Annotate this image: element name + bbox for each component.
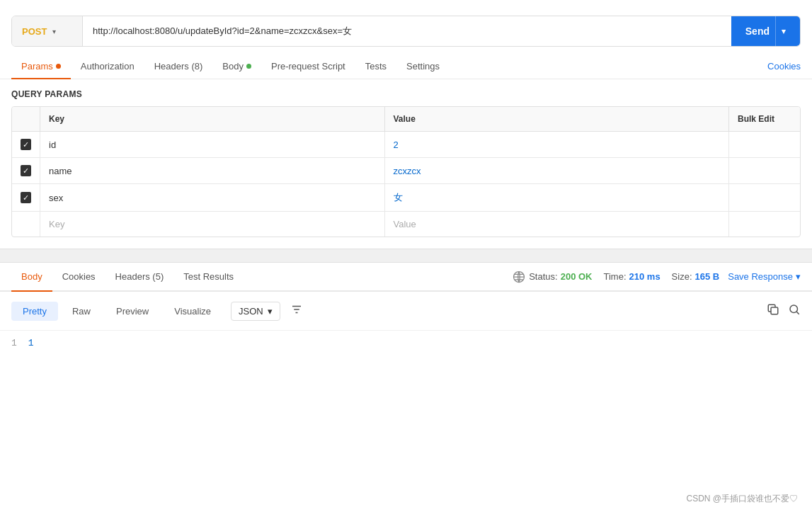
row-extra-id	[729, 132, 800, 157]
format-tab-pretty-label: Pretty	[23, 306, 47, 317]
main-container: POST ▾ Send ▾ Params Authorization Heade…	[0, 0, 812, 512]
header-value: Value	[385, 107, 730, 131]
tab-tests[interactable]: Tests	[355, 54, 396, 79]
url-input[interactable]	[83, 26, 731, 37]
checkbox-name[interactable]: ✓	[21, 165, 31, 176]
time-label: Time:	[603, 271, 626, 282]
tab-authorization-label: Authorization	[81, 61, 135, 72]
method-selector[interactable]: POST ▾	[12, 16, 83, 46]
response-tab-cookies[interactable]: Cookies	[52, 263, 105, 290]
query-params-section: Query Params Key Value Bulk Edit ✓ id	[0, 79, 812, 237]
body-dot-icon	[246, 64, 251, 69]
status-value: 200 OK	[561, 271, 593, 282]
row-key-placeholder[interactable]: Key	[40, 212, 385, 237]
svg-rect-4	[771, 307, 778, 314]
format-tab-pretty[interactable]: Pretty	[11, 302, 58, 321]
format-select[interactable]: JSON ▾	[231, 302, 280, 321]
format-tab-raw-label: Raw	[72, 306, 91, 317]
format-tab-visualize-label: Visualize	[174, 306, 211, 317]
format-tabs-row: Pretty Raw Preview Visualize JSON ▾	[0, 292, 812, 331]
response-value: 1	[28, 338, 34, 348]
tab-settings[interactable]: Settings	[396, 54, 450, 79]
globe-icon	[512, 270, 526, 284]
copy-icon-button[interactable]	[767, 303, 779, 319]
format-tab-preview-label: Preview	[116, 306, 149, 317]
tab-body[interactable]: Body	[212, 54, 261, 79]
row-checkbox-id[interactable]: ✓	[12, 132, 40, 157]
row-value-placeholder[interactable]: Value	[385, 212, 730, 237]
send-button[interactable]: Send ▾	[731, 16, 800, 46]
line-numbers: 1	[11, 338, 17, 348]
tab-prerequest-label: Pre-request Script	[271, 61, 345, 72]
row-key-id[interactable]: id	[40, 132, 385, 157]
row-extra-name	[729, 158, 800, 183]
save-response-button[interactable]: Save Response ▾	[728, 271, 801, 282]
format-tab-preview[interactable]: Preview	[105, 302, 160, 321]
table-row: Key Value	[12, 212, 800, 237]
response-tab-headers-label: Headers (5)	[115, 271, 164, 282]
tab-authorization[interactable]: Authorization	[71, 54, 144, 79]
response-content: 1	[28, 338, 34, 348]
row-checkbox-empty[interactable]	[12, 212, 40, 237]
response-body: 1 1	[0, 331, 812, 355]
response-tab-testresults-label: Test Results	[183, 271, 234, 282]
row-extra-sex	[729, 184, 800, 211]
method-label: POST	[22, 26, 47, 37]
row-key-name[interactable]: name	[40, 158, 385, 183]
filter-icon	[290, 303, 303, 316]
save-response-label: Save Response	[728, 271, 793, 282]
section-divider	[0, 249, 812, 263]
tab-settings-label: Settings	[406, 61, 440, 72]
tab-tests-label: Tests	[365, 61, 387, 72]
send-chevron-icon: ▾	[775, 16, 786, 46]
format-tab-raw[interactable]: Raw	[61, 302, 102, 321]
svg-line-6	[796, 312, 799, 314]
tab-headers[interactable]: Headers (8)	[144, 54, 213, 79]
response-section: Body Cookies Headers (5) Test Results St…	[0, 263, 812, 355]
format-tab-visualize[interactable]: Visualize	[163, 302, 222, 321]
format-tools-right	[767, 303, 801, 319]
format-select-chevron-icon: ▾	[268, 306, 273, 317]
format-select-value: JSON	[239, 306, 263, 317]
table-row: ✓ name zcxzcx	[12, 158, 800, 184]
row-checkbox-sex[interactable]: ✓	[12, 184, 40, 211]
tab-params-label: Params	[21, 61, 53, 72]
size-label: Size:	[672, 271, 692, 282]
copy-icon	[767, 303, 779, 316]
footer: CSDN @手插口袋谁也不爱♡	[686, 493, 798, 505]
params-table: Key Value Bulk Edit ✓ id 2	[11, 106, 801, 237]
row-checkbox-name[interactable]: ✓	[12, 158, 40, 183]
cookies-link[interactable]: Cookies	[767, 61, 801, 72]
tab-headers-label: Headers (8)	[154, 61, 203, 72]
checkbox-sex[interactable]: ✓	[21, 192, 31, 203]
tab-params[interactable]: Params	[11, 54, 71, 79]
table-row: ✓ sex 女	[12, 184, 800, 212]
response-tab-headers[interactable]: Headers (5)	[105, 263, 174, 290]
row-extra-empty	[729, 212, 800, 237]
tab-prerequest[interactable]: Pre-request Script	[261, 54, 355, 79]
url-bar: POST ▾ Send ▾	[11, 16, 801, 47]
row-key-sex[interactable]: sex	[40, 184, 385, 211]
response-tab-body[interactable]: Body	[11, 263, 52, 290]
params-dot-icon	[56, 64, 61, 69]
response-tabs-row: Body Cookies Headers (5) Test Results St…	[0, 263, 812, 292]
row-value-name[interactable]: zcxzcx	[385, 158, 730, 183]
header-key: Key	[40, 107, 385, 131]
query-params-title: Query Params	[11, 89, 801, 99]
row-value-sex[interactable]: 女	[385, 184, 730, 211]
svg-point-5	[790, 305, 798, 313]
line-number: 1	[11, 338, 17, 348]
response-tab-testresults[interactable]: Test Results	[173, 263, 244, 290]
response-tab-body-label: Body	[21, 271, 42, 282]
checkbox-id[interactable]: ✓	[21, 139, 31, 150]
response-status-row: Status: 200 OK Time: 210 ms Size: 165 B …	[512, 270, 801, 284]
search-icon	[788, 303, 801, 316]
checkbox-check-icon: ✓	[23, 141, 29, 149]
filter-icon-button[interactable]	[283, 299, 310, 323]
send-label: Send	[745, 25, 770, 37]
checkbox-check-icon: ✓	[23, 194, 29, 202]
header-bulk-edit[interactable]: Bulk Edit	[729, 107, 800, 131]
status-label: Status:	[529, 271, 557, 282]
search-icon-button[interactable]	[788, 303, 801, 319]
row-value-id[interactable]: 2	[385, 132, 730, 157]
